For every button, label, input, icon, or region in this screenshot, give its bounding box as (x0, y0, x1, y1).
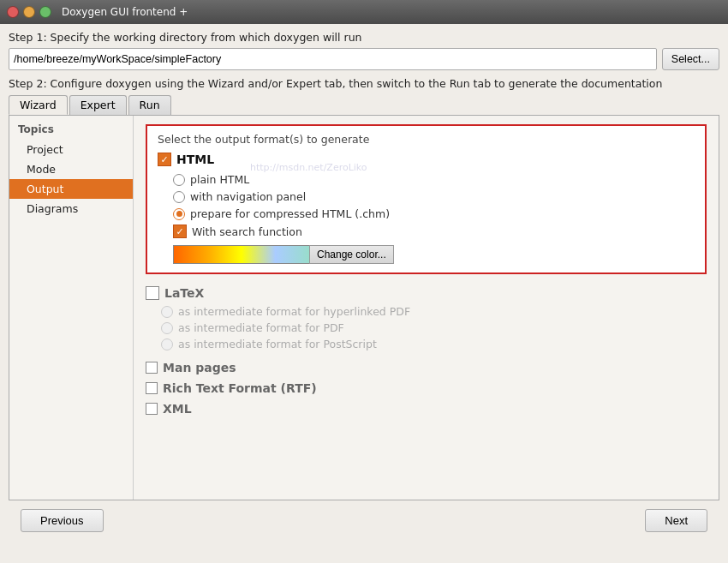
rtf-label: Rich Text Format (RTF) (163, 381, 317, 395)
chm-radio[interactable] (173, 208, 185, 220)
man-pages-checkbox[interactable] (146, 362, 158, 374)
plain-html-option[interactable]: plain HTML (158, 173, 695, 186)
tab-expert[interactable]: Expert (69, 95, 127, 115)
sidebar-item-project[interactable]: Project (9, 140, 133, 159)
man-pages-row: Man pages (146, 361, 707, 374)
search-function-row: With search function (158, 225, 695, 238)
rtf-row: Rich Text Format (RTF) (146, 381, 707, 395)
rtf-checkbox[interactable] (146, 382, 158, 394)
bottom-bar: Previous Next (9, 500, 719, 541)
select-button[interactable]: Select... (662, 48, 719, 70)
color-bar (173, 245, 310, 264)
sidebar-topics-title: Topics (9, 121, 133, 140)
html-checkbox[interactable] (158, 153, 171, 166)
xml-checkbox[interactable] (146, 403, 158, 415)
maximize-button[interactable] (39, 6, 51, 18)
sidebar-item-mode[interactable]: Mode (9, 159, 133, 179)
html-label: HTML (176, 153, 214, 166)
sidebar-item-diagrams[interactable]: Diagrams (9, 199, 133, 219)
nav-panel-radio[interactable] (173, 191, 185, 203)
change-color-button[interactable]: Change color... (309, 245, 394, 264)
plain-html-radio[interactable] (173, 174, 185, 186)
search-label: With search function (192, 225, 302, 238)
step1-label: Step 1: Specify the working directory fr… (9, 31, 719, 44)
latex-radio-2 (161, 322, 173, 334)
chm-option[interactable]: prepare for compressed HTML (.chm) (158, 207, 695, 220)
latex-checkbox-row: LaTeX (146, 286, 707, 300)
sidebar: Topics Project Mode Output Diagrams (9, 116, 134, 500)
main-content: Step 1: Specify the working directory fr… (0, 24, 728, 548)
right-panel: Select the output format(s) to generate … (134, 116, 719, 500)
working-dir-input[interactable] (9, 48, 657, 70)
sidebar-item-output[interactable]: Output (9, 179, 133, 199)
tab-wizard[interactable]: Wizard (9, 95, 68, 115)
latex-radio-3 (161, 338, 173, 350)
html-section: Select the output format(s) to generate … (146, 124, 707, 274)
section-title: Select the output format(s) to generate (158, 133, 695, 146)
color-bar-row: Change color... http://msdn.net/ZeroLiko (158, 245, 695, 264)
latex-label: LaTeX (164, 286, 204, 300)
nav-panel-option[interactable]: with navigation panel (158, 190, 695, 203)
window-title: Doxygen GUI frontend + (62, 6, 188, 18)
content-area: Topics Project Mode Output Diagrams Sele… (9, 115, 719, 500)
html-checkbox-row: HTML (158, 153, 695, 166)
latex-pdf-hyperlinked: as intermediate format for hyperlinked P… (146, 305, 707, 318)
close-button[interactable] (7, 6, 19, 18)
minimize-button[interactable] (23, 6, 35, 18)
path-row: Select... (9, 48, 719, 70)
latex-checkbox[interactable] (146, 286, 159, 300)
next-button[interactable]: Next (645, 509, 707, 532)
tab-bar: Wizard Expert Run (9, 95, 719, 115)
search-checkbox[interactable] (173, 225, 187, 238)
tab-run[interactable]: Run (128, 95, 171, 115)
xml-row: XML (146, 402, 707, 416)
xml-label: XML (163, 402, 192, 416)
latex-radio-1 (161, 306, 173, 318)
latex-section: LaTeX as intermediate format for hyperli… (146, 286, 707, 350)
titlebar: Doxygen GUI frontend + (0, 0, 728, 24)
window-controls (7, 6, 51, 18)
latex-pdf: as intermediate format for PDF (146, 321, 707, 334)
latex-postscript: as intermediate format for PostScript (146, 338, 707, 350)
step2-label: Step 2: Configure doxygen using the Wiza… (9, 77, 719, 90)
previous-button[interactable]: Previous (21, 509, 104, 532)
man-pages-label: Man pages (163, 361, 236, 374)
